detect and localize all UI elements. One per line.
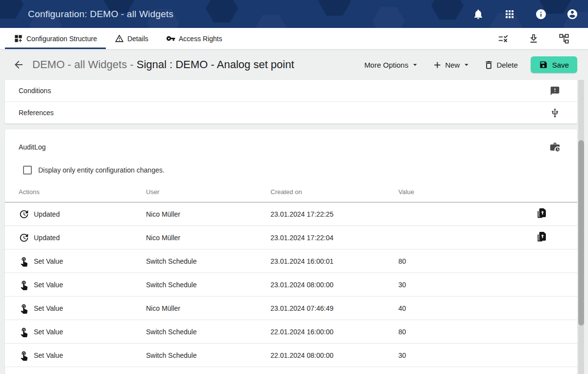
action-label: Updated bbox=[34, 234, 60, 242]
filter-row: Display only entity configuration change… bbox=[23, 166, 577, 175]
trash-icon bbox=[484, 60, 494, 70]
new-label: New bbox=[445, 61, 460, 69]
touch-icon bbox=[19, 279, 29, 290]
created-on-cell: 23.01.2024 08:00:00 bbox=[270, 281, 398, 289]
delete-button[interactable]: Delete bbox=[484, 60, 517, 70]
appbar-actions bbox=[468, 4, 588, 24]
audit-table: Actions User Created on Value Updated Ni… bbox=[5, 188, 577, 367]
created-on-cell: 22.01.2024 16:00:00 bbox=[270, 328, 398, 336]
page-title-main: Signal : DEMO - Analog set point bbox=[137, 58, 294, 71]
touch-icon bbox=[19, 350, 29, 361]
table-row: Set Value Nico Müller 23.01.2024 07:46:4… bbox=[5, 297, 577, 320]
user-cell: Nico Müller bbox=[146, 304, 270, 312]
filter-label: Display only entity configuration change… bbox=[38, 166, 165, 174]
col-header-actions: Actions bbox=[19, 188, 146, 196]
download-icon[interactable] bbox=[525, 30, 542, 47]
table-row: Set Value Switch Schedule 22.01.2024 16:… bbox=[5, 320, 577, 344]
page-title: DEMO - all Widgets - Signal : DEMO - Ana… bbox=[32, 58, 294, 71]
auditlog-card: AuditLog Display only entity configurati… bbox=[5, 129, 577, 374]
document-history-icon[interactable] bbox=[536, 207, 548, 221]
page-title-prefix: DEMO - all Widgets - bbox=[32, 58, 137, 71]
table-row: Set Value Switch Schedule 23.01.2024 16:… bbox=[5, 249, 577, 273]
value-cell: 80 bbox=[398, 328, 526, 336]
action-label: Set Value bbox=[34, 351, 63, 359]
value-cell: 40 bbox=[398, 304, 526, 312]
delete-label: Delete bbox=[496, 61, 517, 69]
chevron-down-icon bbox=[462, 60, 471, 69]
touch-icon bbox=[19, 256, 29, 267]
rule-checklist-icon[interactable] bbox=[495, 30, 512, 47]
tab-configuration-structure[interactable]: Configuration Structure bbox=[5, 28, 106, 49]
auditlog-header: AuditLog bbox=[5, 129, 577, 152]
apps-grid-icon[interactable] bbox=[500, 4, 519, 24]
user-cell: Switch Schedule bbox=[146, 281, 270, 289]
dashboard-customize-icon bbox=[14, 34, 23, 43]
active-tab-underline bbox=[5, 48, 106, 49]
notifications-icon[interactable] bbox=[468, 4, 488, 24]
hierarchy-icon[interactable] bbox=[556, 30, 572, 47]
usb-icon[interactable] bbox=[550, 108, 560, 118]
links-card: Conditions References bbox=[5, 80, 577, 124]
references-label: References bbox=[19, 109, 54, 117]
table-header-row: Actions User Created on Value bbox=[5, 188, 577, 202]
references-row[interactable]: References bbox=[5, 102, 577, 124]
tab-label: Access Rights bbox=[179, 35, 222, 43]
tab-bar: Configuration Structure Details Access R… bbox=[0, 28, 588, 50]
update-icon bbox=[19, 209, 29, 220]
scrollbar-thumb[interactable] bbox=[578, 140, 584, 325]
back-arrow-icon[interactable] bbox=[12, 58, 25, 72]
account-icon[interactable] bbox=[563, 4, 582, 24]
created-on-cell: 23.01.2024 07:46:49 bbox=[270, 304, 398, 312]
filter-checkbox[interactable] bbox=[23, 166, 32, 175]
action-label: Set Value bbox=[34, 304, 63, 312]
tab-label: Configuration Structure bbox=[26, 35, 97, 43]
user-cell: Switch Schedule bbox=[146, 328, 270, 336]
floppy-icon bbox=[539, 60, 548, 69]
key-icon bbox=[166, 34, 175, 43]
tab-access-rights[interactable]: Access Rights bbox=[157, 28, 231, 49]
conditions-row[interactable]: Conditions bbox=[5, 80, 577, 101]
save-button[interactable]: Save bbox=[531, 56, 577, 73]
table-row: Updated Nico Müller 23.01.2024 17:22:25 bbox=[5, 202, 577, 226]
new-button[interactable]: New bbox=[432, 60, 471, 70]
table-row: Updated Nico Müller 23.01.2024 17:22:04 bbox=[5, 226, 577, 249]
value-cell: 80 bbox=[398, 257, 526, 265]
save-label: Save bbox=[552, 61, 569, 69]
value-cell: 30 bbox=[398, 351, 526, 359]
user-cell: Nico Müller bbox=[146, 234, 270, 242]
tabs: Configuration Structure Details Access R… bbox=[0, 28, 231, 49]
created-on-cell: 23.01.2024 17:22:25 bbox=[270, 210, 398, 218]
tab-details[interactable]: Details bbox=[106, 28, 157, 49]
col-header-value: Value bbox=[398, 188, 526, 196]
created-on-cell: 23.01.2024 16:00:01 bbox=[270, 257, 398, 265]
action-label: Set Value bbox=[34, 257, 63, 265]
tabbar-actions bbox=[495, 28, 588, 49]
more-options-button[interactable]: More Options bbox=[364, 60, 419, 69]
page-actions: More Options New Delete Save bbox=[364, 56, 577, 73]
auditlog-title: AuditLog bbox=[19, 143, 46, 151]
tab-label: Details bbox=[127, 35, 148, 43]
user-cell: Switch Schedule bbox=[146, 257, 270, 265]
col-header-created-on: Created on bbox=[270, 188, 398, 196]
work-history-icon[interactable] bbox=[549, 141, 561, 152]
value-cell: 30 bbox=[398, 281, 526, 289]
feedback-exclamation-icon[interactable] bbox=[550, 86, 560, 96]
page-header: DEMO - all Widgets - Signal : DEMO - Ana… bbox=[0, 50, 588, 80]
user-cell: Nico Müller bbox=[146, 210, 270, 218]
plus-icon bbox=[432, 60, 442, 70]
created-on-cell: 23.01.2024 17:22:04 bbox=[270, 234, 398, 242]
action-label: Set Value bbox=[34, 281, 63, 289]
col-header-user: User bbox=[146, 188, 270, 196]
table-row: Set Value Switch Schedule 22.01.2024 08:… bbox=[5, 344, 577, 367]
table-row: Set Value Switch Schedule 23.01.2024 08:… bbox=[5, 273, 577, 297]
more-options-label: More Options bbox=[364, 61, 408, 69]
created-on-cell: 22.01.2024 08:00:00 bbox=[270, 351, 398, 359]
app-window: Configuration: DEMO - all Widgets Config… bbox=[0, 0, 588, 374]
warning-icon bbox=[115, 34, 124, 43]
user-cell: Switch Schedule bbox=[146, 351, 270, 359]
document-history-icon[interactable] bbox=[536, 231, 548, 244]
content-area: Conditions References AuditLog bbox=[0, 80, 588, 374]
window-title: Configuration: DEMO - all Widgets bbox=[28, 9, 173, 20]
info-icon[interactable] bbox=[531, 4, 551, 24]
touch-icon bbox=[19, 326, 29, 337]
